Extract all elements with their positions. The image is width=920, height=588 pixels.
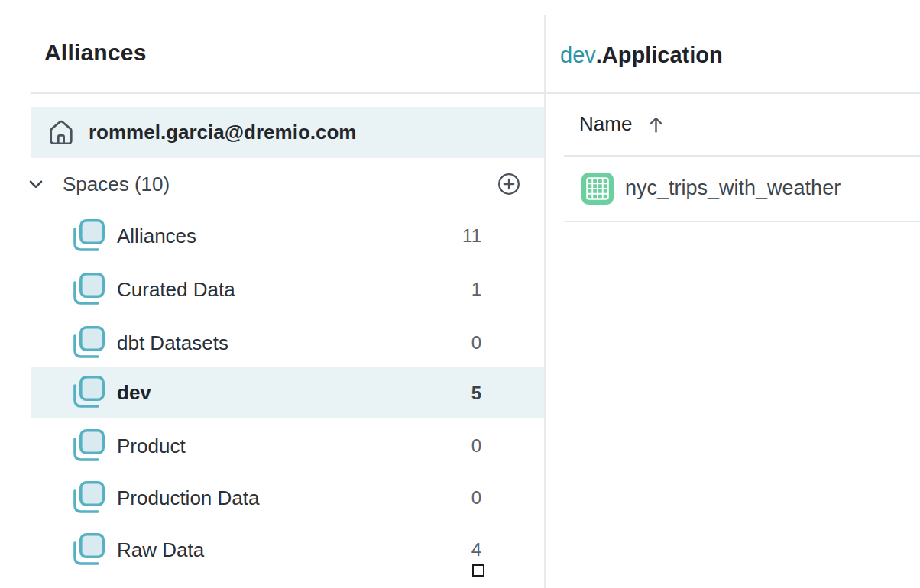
- space-icon: [73, 326, 105, 360]
- space-item-count: 11: [462, 225, 481, 247]
- space-item-label: Alliances: [117, 225, 196, 248]
- space-item-alliances[interactable]: Alliances 11: [31, 210, 545, 262]
- space-item-label: Production Data: [117, 486, 259, 510]
- space-icon: [73, 376, 105, 410]
- space-item-production-data[interactable]: Production Data 0: [31, 472, 545, 524]
- dataset-row-nyc-trips-with-weather[interactable]: nyc_trips_with_weather: [545, 156, 920, 221]
- spaces-section-header: Spaces (10): [21, 159, 545, 209]
- space-item-label: Curated Data: [117, 278, 235, 302]
- space-item-count: 1: [471, 279, 481, 300]
- space-item-raw-data[interactable]: Raw Data 4: [31, 524, 545, 576]
- dataset-grid-icon: [581, 173, 614, 205]
- space-item-dev[interactable]: dev 5: [31, 367, 545, 418]
- space-icon: [73, 481, 105, 515]
- breadcrumb-folder-label: .Application: [596, 43, 723, 67]
- space-icon: [73, 273, 105, 307]
- space-item-count: 4: [471, 539, 481, 561]
- space-item-curated-data[interactable]: Curated Data 1: [31, 263, 545, 315]
- dremio-space-browser: Alliances rommel.garcia@dremio.com Space…: [0, 0, 920, 588]
- dataset-name: nyc_trips_with_weather: [625, 176, 841, 200]
- space-item-dbt-datasets[interactable]: dbt Datasets 0: [31, 317, 545, 369]
- space-icon: [73, 219, 105, 254]
- column-header-label: Name: [579, 112, 632, 136]
- space-icon: [73, 429, 105, 464]
- space-item-label: dbt Datasets: [117, 331, 228, 355]
- column-header-name[interactable]: Name: [579, 93, 664, 155]
- space-item-label: Raw Data: [117, 538, 204, 562]
- space-item-product[interactable]: Product 0: [31, 420, 545, 472]
- home-icon: [47, 118, 76, 147]
- table-row-divider: [564, 221, 920, 222]
- space-item-label: Product: [117, 435, 186, 458]
- space-item-count: 0: [471, 487, 481, 509]
- home-space-item[interactable]: rommel.garcia@dremio.com: [31, 107, 545, 158]
- sidebar-title: Alliances: [44, 40, 147, 66]
- sort-up-arrow-icon: [648, 115, 664, 134]
- add-space-button[interactable]: [497, 173, 520, 195]
- space-item-count: 0: [471, 435, 481, 457]
- unknown-glyph-box: [472, 564, 484, 577]
- spaces-section-label: Spaces (10): [63, 173, 170, 196]
- panel-divider: [544, 15, 546, 588]
- space-item-count: 5: [471, 383, 481, 404]
- breadcrumb: dev.Application: [560, 43, 723, 68]
- breadcrumb-space-link[interactable]: dev: [560, 43, 596, 67]
- space-icon: [73, 533, 105, 567]
- chevron-down-icon[interactable]: [26, 174, 46, 194]
- space-item-count: 0: [471, 332, 481, 354]
- home-space-label: rommel.garcia@dremio.com: [89, 121, 356, 144]
- sidebar-header-divider: [31, 92, 545, 94]
- space-item-label: dev: [117, 381, 151, 405]
